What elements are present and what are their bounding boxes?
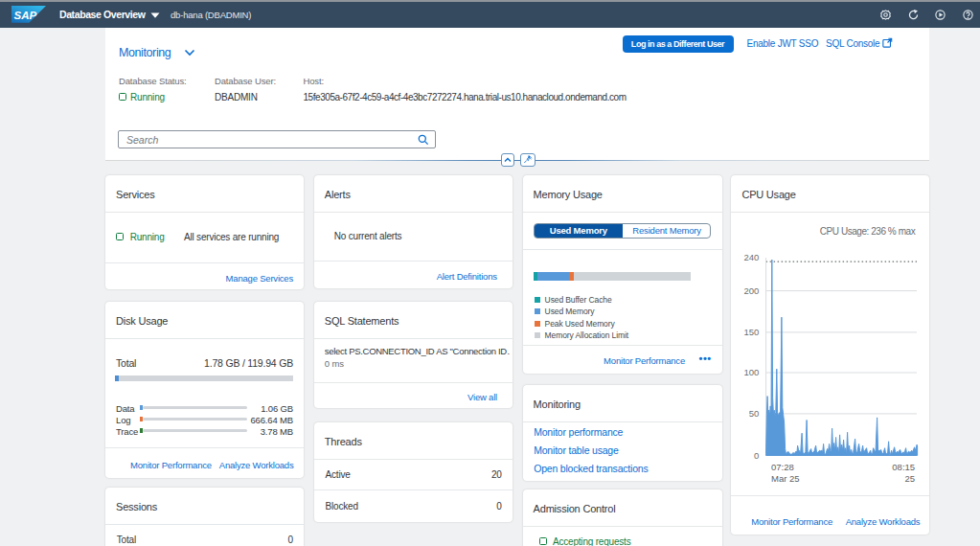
svg-text:50: 50 (749, 408, 760, 419)
svg-text:07:28: 07:28 (771, 462, 794, 472)
svg-text:200: 200 (744, 285, 760, 296)
svg-text:25: 25 (905, 473, 916, 484)
svg-text:08:15: 08:15 (893, 462, 916, 472)
svg-text:Mar 25: Mar 25 (771, 473, 800, 484)
svg-text:SAP: SAP (13, 10, 36, 21)
svg-text:150: 150 (744, 327, 760, 337)
svg-text:240: 240 (744, 252, 760, 262)
svg-text:100: 100 (744, 367, 760, 377)
svg-text:0: 0 (754, 450, 759, 461)
svg-text:CPU Usage: 236 % max: CPU Usage: 236 % max (820, 226, 916, 237)
